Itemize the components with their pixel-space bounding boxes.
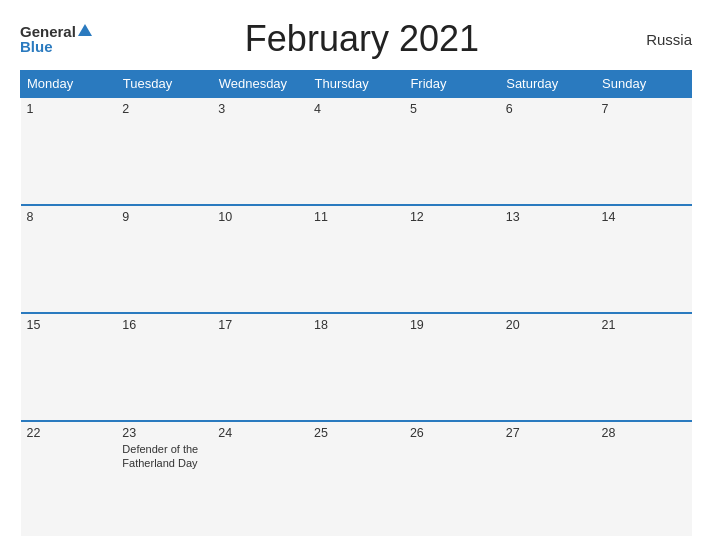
day-number: 17 bbox=[218, 318, 302, 332]
country-label: Russia bbox=[632, 31, 692, 48]
calendar-week-row: 1234567 bbox=[21, 97, 692, 205]
weekday-header-row: Monday Tuesday Wednesday Thursday Friday… bbox=[21, 71, 692, 98]
day-number: 23 bbox=[122, 426, 206, 440]
header-wednesday: Wednesday bbox=[212, 71, 308, 98]
table-row: 26 bbox=[404, 421, 500, 536]
day-number: 26 bbox=[410, 426, 494, 440]
table-row: 15 bbox=[21, 313, 117, 421]
day-number: 27 bbox=[506, 426, 590, 440]
table-row: 18 bbox=[308, 313, 404, 421]
day-number: 22 bbox=[27, 426, 111, 440]
table-row: 9 bbox=[116, 205, 212, 313]
logo-triangle-icon bbox=[78, 24, 92, 36]
day-number: 2 bbox=[122, 102, 206, 116]
day-number: 24 bbox=[218, 426, 302, 440]
day-number: 1 bbox=[27, 102, 111, 116]
table-row: 22 bbox=[21, 421, 117, 536]
table-row: 20 bbox=[500, 313, 596, 421]
day-number: 9 bbox=[122, 210, 206, 224]
day-number: 6 bbox=[506, 102, 590, 116]
day-number: 5 bbox=[410, 102, 494, 116]
calendar-week-row: 891011121314 bbox=[21, 205, 692, 313]
table-row: 10 bbox=[212, 205, 308, 313]
day-number: 8 bbox=[27, 210, 111, 224]
day-number: 7 bbox=[602, 102, 686, 116]
day-number: 10 bbox=[218, 210, 302, 224]
calendar-table: Monday Tuesday Wednesday Thursday Friday… bbox=[20, 70, 692, 536]
day-number: 28 bbox=[602, 426, 686, 440]
table-row: 25 bbox=[308, 421, 404, 536]
day-number: 21 bbox=[602, 318, 686, 332]
calendar-header: General Blue February 2021 Russia bbox=[20, 18, 692, 60]
table-row: 6 bbox=[500, 97, 596, 205]
table-row: 19 bbox=[404, 313, 500, 421]
calendar-title: February 2021 bbox=[92, 18, 632, 60]
event-text: Defender of the Fatherland Day bbox=[122, 442, 206, 471]
day-number: 12 bbox=[410, 210, 494, 224]
day-number: 18 bbox=[314, 318, 398, 332]
table-row: 8 bbox=[21, 205, 117, 313]
table-row: 14 bbox=[596, 205, 692, 313]
header-tuesday: Tuesday bbox=[116, 71, 212, 98]
logo-general-text: General bbox=[20, 24, 76, 39]
table-row: 27 bbox=[500, 421, 596, 536]
table-row: 23Defender of the Fatherland Day bbox=[116, 421, 212, 536]
calendar-page: General Blue February 2021 Russia Monday… bbox=[0, 0, 712, 550]
day-number: 15 bbox=[27, 318, 111, 332]
calendar-week-row: 15161718192021 bbox=[21, 313, 692, 421]
header-thursday: Thursday bbox=[308, 71, 404, 98]
table-row: 13 bbox=[500, 205, 596, 313]
day-number: 19 bbox=[410, 318, 494, 332]
day-number: 20 bbox=[506, 318, 590, 332]
table-row: 24 bbox=[212, 421, 308, 536]
day-number: 25 bbox=[314, 426, 398, 440]
table-row: 1 bbox=[21, 97, 117, 205]
table-row: 16 bbox=[116, 313, 212, 421]
table-row: 7 bbox=[596, 97, 692, 205]
header-friday: Friday bbox=[404, 71, 500, 98]
day-number: 13 bbox=[506, 210, 590, 224]
header-sunday: Sunday bbox=[596, 71, 692, 98]
logo-blue-text: Blue bbox=[20, 39, 53, 54]
day-number: 11 bbox=[314, 210, 398, 224]
header-saturday: Saturday bbox=[500, 71, 596, 98]
table-row: 28 bbox=[596, 421, 692, 536]
table-row: 21 bbox=[596, 313, 692, 421]
table-row: 5 bbox=[404, 97, 500, 205]
day-number: 14 bbox=[602, 210, 686, 224]
day-number: 3 bbox=[218, 102, 302, 116]
table-row: 3 bbox=[212, 97, 308, 205]
header-monday: Monday bbox=[21, 71, 117, 98]
calendar-week-row: 2223Defender of the Fatherland Day242526… bbox=[21, 421, 692, 536]
table-row: 12 bbox=[404, 205, 500, 313]
table-row: 11 bbox=[308, 205, 404, 313]
day-number: 16 bbox=[122, 318, 206, 332]
table-row: 2 bbox=[116, 97, 212, 205]
table-row: 17 bbox=[212, 313, 308, 421]
day-number: 4 bbox=[314, 102, 398, 116]
logo: General Blue bbox=[20, 24, 92, 54]
table-row: 4 bbox=[308, 97, 404, 205]
